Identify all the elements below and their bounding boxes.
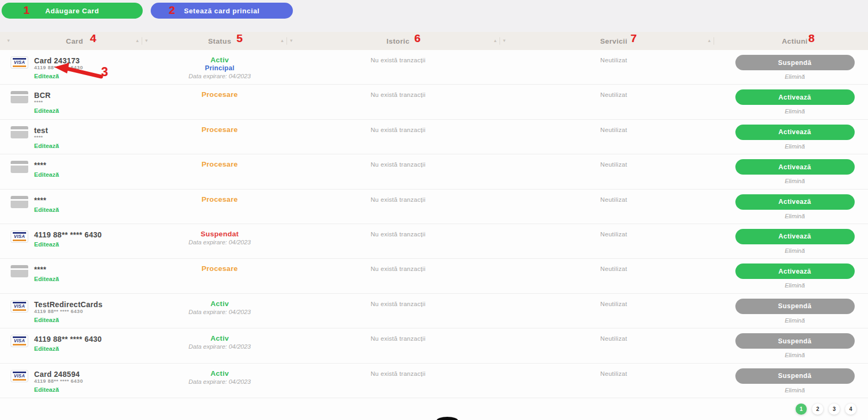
history-cell: Nu există tranzacții [290,364,506,398]
remove-card-link[interactable]: Elimină [722,213,868,219]
services-text: Neutilizat [600,92,627,98]
action-button[interactable]: Activează [735,194,855,210]
sort-desc-icon[interactable]: ▼ [500,39,509,43]
card-title: **** [34,161,59,169]
remove-card-link[interactable]: Elimină [722,178,868,184]
edit-card-link[interactable]: Editează [34,171,59,178]
card-text-block: Card 248594 4119 88** **** 6430 Editează [34,370,83,398]
card-text-block: **** Editează [34,265,59,293]
remove-card-link[interactable]: Elimină [722,143,868,150]
visa-orange-stripe [13,240,26,241]
services-cell: Neutilizat [506,328,722,363]
table-row: VISA 4119 88** **** 6430 Editează Activ … [0,328,868,363]
card-title: 4119 88** **** 6430 [34,335,102,343]
sort-asc-icon[interactable]: ▲ [705,39,714,43]
expiry-date: Data expirare: 04/2023 [149,378,290,386]
table-row: **** Editează Procesare Nu există tranza… [0,259,868,293]
action-button[interactable]: Activează [735,89,855,105]
status-text: Suspendat [149,230,290,238]
card-title: TestRedirectCards [34,300,103,309]
edit-card-link[interactable]: Editează [34,317,59,324]
visa-card-icon: VISA [11,300,28,312]
column-header-status[interactable]: Status [149,37,290,45]
remove-card-link[interactable]: Elimină [722,387,868,393]
remove-card-link[interactable]: Elimină [722,352,868,358]
pagination-page-button[interactable]: 1 [796,403,807,415]
column-header-servicii[interactable]: Servicii [506,37,722,45]
edit-card-link[interactable]: Editează [34,143,59,150]
actions-cell: Activează Elimină [722,85,868,119]
card-text-block: 4119 88** **** 6430 Editează [34,335,102,363]
status-text: Activ [149,56,290,64]
edit-card-link[interactable]: Editează [34,241,59,248]
visa-orange-stripe [13,344,26,345]
action-button[interactable]: Activează [735,125,855,140]
status-cell: Activ Data expirare: 04/2023 [149,364,290,398]
table-row: **** Editează Procesare Nu există tranza… [0,190,868,224]
sort-asc-icon[interactable]: ▲ [491,39,499,43]
annotation-8: 8 [808,32,815,44]
remove-card-link[interactable]: Elimină [722,108,868,114]
status-cell: Procesare [149,259,290,293]
generic-card-icon [11,126,28,138]
card-text-block: **** Editează [34,161,59,188]
remove-card-link[interactable]: Elimină [722,73,868,80]
services-text: Neutilizat [600,127,627,133]
history-text: Nu există tranzacții [371,335,425,342]
annotation-1: 1 [23,4,30,15]
action-button[interactable]: Suspendă [735,299,855,314]
table-header: ▼ Card Status Istoric Servicii Actiuni ▲… [0,32,868,50]
action-button[interactable]: Activează [735,229,855,244]
sort-desc-icon[interactable]: ▼ [287,39,296,43]
column-header-istoric[interactable]: Istoric [290,37,506,45]
sort-asc-icon[interactable]: ▲ [278,39,286,43]
card-subtitle: 4119 88** **** 6430 [34,378,83,384]
remove-card-link[interactable]: Elimină [722,248,868,254]
history-cell: Nu există tranzacții [290,259,506,293]
edit-card-link[interactable]: Editează [34,108,59,114]
action-button[interactable]: Activează [735,159,855,175]
action-button[interactable]: Suspendă [735,368,855,384]
annotation-2: 2 [169,4,175,15]
toolbar: Adăugare Card Setează card princial [0,0,868,32]
add-card-button[interactable]: Adăugare Card [2,3,143,19]
sort-desc-icon[interactable]: ▼ [142,39,151,43]
remove-card-link[interactable]: Elimină [722,317,868,324]
card-text-block: BCR **** Editează [34,91,59,119]
action-button[interactable]: Suspendă [735,333,855,349]
services-text: Neutilizat [600,57,627,63]
column-header-actiuni[interactable]: Actiuni [722,37,868,45]
actions-cell: Activează Elimină [722,120,868,154]
pagination-page-button[interactable]: 3 [829,403,840,415]
table-row: VISA Card 243173 4119 88** **** 6430 Edi… [0,50,868,85]
history-cell: Nu există tranzacții [290,154,506,188]
edit-card-link[interactable]: Editează [34,207,59,213]
filter-icon[interactable]: ▼ [6,38,11,43]
sorter-istoric: ▲ ▼ [491,37,509,45]
actions-cell: Suspendă Elimină [722,50,868,84]
action-button[interactable]: Activează [735,263,855,279]
history-text: Nu există tranzacții [371,301,425,307]
pagination-page-button[interactable]: 2 [812,403,823,415]
remove-card-link[interactable]: Elimină [722,282,868,289]
visa-card-icon: VISA [11,230,28,243]
column-header-card[interactable]: Card [0,37,149,45]
edit-card-link[interactable]: Editează [34,276,59,283]
services-text: Neutilizat [600,370,627,377]
sort-asc-icon[interactable]: ▲ [133,39,142,43]
visa-logo-text: VISA [11,339,28,343]
status-text: Procesare [149,195,290,204]
status-text: Activ [149,300,290,308]
action-button[interactable]: Suspendă [735,55,855,70]
visa-logo-text: VISA [11,60,28,65]
edit-card-link[interactable]: Editează [34,386,59,393]
services-text: Neutilizat [600,196,627,203]
sorter-card: ▲ ▼ [133,37,151,45]
actions-cell: Suspendă Elimină [722,328,868,363]
edit-card-link[interactable]: Editează [34,345,59,352]
table-row: BCR **** Editează Procesare Nu există tr… [0,85,868,119]
services-cell: Neutilizat [506,190,722,224]
visa-orange-stripe [13,379,26,381]
pagination-page-button[interactable]: 4 [845,403,856,415]
card-subtitle: **** [34,100,59,105]
